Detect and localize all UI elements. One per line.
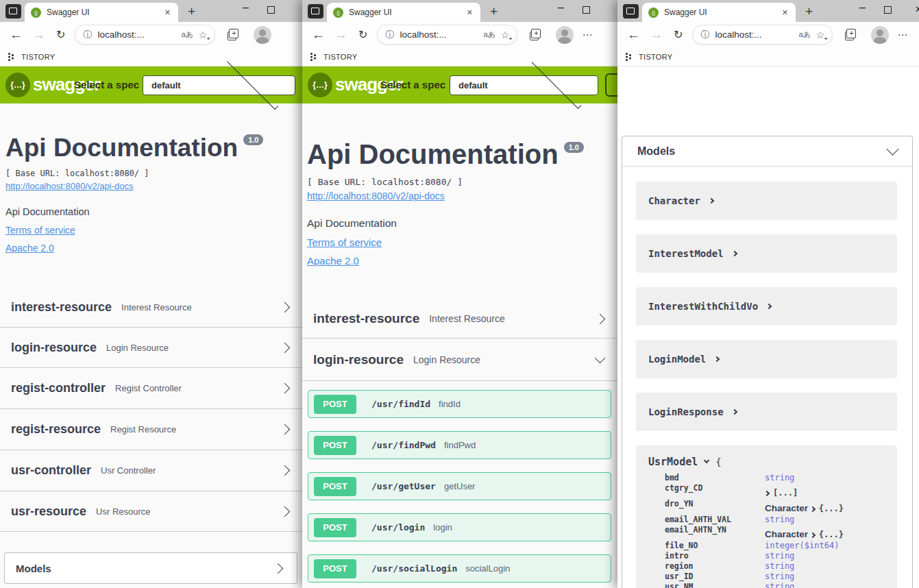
models-section-header[interactable]: Models	[4, 552, 297, 584]
model-interestmodel[interactable]: InterestModel	[636, 234, 897, 273]
translate-icon[interactable]: aあ	[798, 29, 810, 40]
operation-post-login[interactable]: POST /usr/login login	[308, 513, 611, 541]
collections-icon[interactable]	[530, 29, 541, 40]
maximize-button[interactable]	[583, 6, 590, 14]
browser-window-middle: {} Swagger UI ✕ + – ← → ↻ ⓘ localhost:..…	[302, 0, 617, 588]
tag-usr-controller[interactable]: usr-controller Usr Controller	[0, 450, 302, 491]
site-info-icon[interactable]: ⓘ	[385, 29, 394, 41]
bookmark-tistory[interactable]: TISTORY	[323, 53, 357, 61]
window-titlebar[interactable]: {} Swagger UI ✕ + – ✕	[617, 0, 919, 22]
window-titlebar[interactable]: {} Swagger UI ✕ + –	[302, 0, 617, 22]
operation-path: /usr/socialLogin	[371, 563, 457, 574]
tag-interest-resource[interactable]: interest-resource Interest Resource	[0, 287, 302, 328]
operation-post-socialLogin[interactable]: POST /usr/socialLogin socialLogin	[308, 554, 611, 583]
tag-usr-resource[interactable]: usr-resource Usr Resource	[0, 491, 302, 532]
address-bar[interactable]: ⓘ localhost:... aあ ☆+	[75, 25, 215, 45]
translate-icon[interactable]: aあ	[181, 29, 193, 40]
browser-tab[interactable]: {} Swagger UI ✕	[25, 3, 178, 22]
refresh-icon[interactable]: ↻	[56, 28, 65, 41]
collections-icon[interactable]	[228, 29, 238, 40]
site-info-icon[interactable]: ⓘ	[83, 29, 92, 41]
operation-summary: findId	[439, 399, 461, 409]
maximize-button[interactable]	[884, 6, 892, 14]
maximize-button[interactable]	[267, 6, 275, 14]
browser-window-left: {} Swagger UI ✕ + – ← → ↻ ⓘ localhost:..…	[0, 0, 302, 588]
refresh-icon[interactable]: ↻	[674, 28, 683, 41]
explore-button-partial[interactable]	[605, 73, 617, 97]
chevron-right-icon	[280, 342, 291, 353]
new-tab-button[interactable]: +	[805, 4, 813, 19]
address-bar[interactable]: ⓘ localhost:... aあ ☆+	[377, 25, 517, 45]
post-method-badge: POST	[314, 436, 356, 455]
api-docs-link[interactable]: http://localhost:8080/v2/api-docs	[5, 181, 133, 191]
forward-icon[interactable]: →	[334, 27, 347, 42]
refresh-icon[interactable]: ↻	[358, 28, 367, 41]
browser-tab[interactable]: {} Swagger UI ✕	[327, 3, 480, 22]
minimize-button[interactable]: –	[558, 1, 564, 14]
post-method-badge: POST	[314, 518, 356, 537]
forward-icon[interactable]: →	[32, 27, 45, 42]
workspace-icon[interactable]	[623, 4, 639, 19]
minimize-button[interactable]: –	[243, 1, 249, 14]
tag-regist-controller[interactable]: regist-controller Regist Controller	[0, 368, 302, 409]
model-loginresponse[interactable]: LoginResponse	[636, 393, 897, 431]
address-bar[interactable]: ⓘ localhost:... aあ ☆+	[692, 25, 833, 45]
spec-select[interactable]: default	[143, 75, 295, 95]
minimize-button[interactable]: –	[859, 1, 866, 14]
tab-title: Swagger UI	[664, 8, 775, 17]
model-character[interactable]: Character	[636, 182, 897, 220]
workspace-icon[interactable]	[5, 4, 21, 19]
model-field: usr_ID string	[665, 572, 890, 582]
back-icon[interactable]: ←	[312, 27, 325, 42]
tag-interest-resource[interactable]: interest-resource Interest Resource	[302, 299, 617, 339]
profile-avatar[interactable]	[871, 26, 889, 44]
spec-select[interactable]: default	[450, 75, 598, 95]
tag-login-resource[interactable]: login-resource Login Resource	[0, 328, 302, 368]
back-icon[interactable]: ←	[10, 27, 23, 42]
new-tab-button[interactable]: +	[490, 4, 498, 19]
usrmodel-fields: bmd string ctgry_CD [...] dro_YN Charact…	[665, 473, 890, 588]
url-text[interactable]: localhost:...	[715, 29, 793, 40]
forward-icon[interactable]: →	[650, 27, 663, 42]
profile-avatar[interactable]	[556, 26, 574, 44]
tab-close-icon[interactable]: ✕	[465, 8, 474, 17]
favorite-icon[interactable]: ☆+	[501, 29, 510, 40]
browser-toolbar: ← → ↻ ⓘ localhost:... aあ ☆+	[0, 22, 302, 47]
favorite-icon[interactable]: ☆+	[199, 29, 208, 40]
profile-avatar[interactable]	[254, 26, 271, 44]
tag-login-resource-expanded[interactable]: login-resource Login Resource	[302, 339, 617, 381]
bookmark-tistory[interactable]: TISTORY	[639, 53, 672, 61]
tab-close-icon[interactable]: ✕	[781, 8, 789, 17]
tab-close-icon[interactable]: ✕	[163, 8, 172, 17]
back-icon[interactable]: ←	[627, 27, 640, 42]
model-loginmodel[interactable]: LoginModel	[636, 340, 897, 378]
tag-regist-resource[interactable]: regist-resource Regist Resource	[0, 409, 302, 450]
operation-post-getUser[interactable]: POST /usr/getUser getUser	[308, 472, 611, 500]
settings-more-icon[interactable]: ⋯	[897, 29, 907, 41]
license-link[interactable]: Apache 2.0	[307, 255, 359, 267]
bookmark-tistory[interactable]: TISTORY	[21, 53, 55, 61]
model-interestwithchildvo[interactable]: InterestWithChildVo	[636, 287, 897, 326]
model-field: bmd string	[665, 473, 890, 483]
window-titlebar[interactable]: {} Swagger UI ✕ + –	[0, 0, 302, 22]
license-link[interactable]: Apache 2.0	[5, 243, 54, 254]
operation-post-findId[interactable]: POST /usr/findId findId	[308, 390, 611, 418]
close-button[interactable]: ✕	[915, 4, 919, 14]
api-docs-link[interactable]: http://localhost:8080/v2/api-docs	[307, 191, 445, 201]
terms-link[interactable]: Terms of service	[307, 236, 382, 248]
operation-path: /usr/login	[371, 522, 425, 532]
browser-tab[interactable]: {} Swagger UI ✕	[642, 3, 796, 22]
new-tab-button[interactable]: +	[188, 4, 195, 19]
translate-icon[interactable]: aあ	[483, 29, 495, 40]
url-text[interactable]: localhost:...	[400, 29, 478, 40]
url-text[interactable]: localhost:...	[97, 29, 175, 40]
usrmodel-header[interactable]: UsrModel {	[648, 456, 890, 468]
settings-more-icon[interactable]: ⋯	[582, 29, 592, 41]
workspace-icon[interactable]	[308, 4, 323, 19]
collections-icon[interactable]	[845, 29, 856, 40]
site-info-icon[interactable]: ⓘ	[700, 29, 709, 41]
models-section-header[interactable]: Models	[622, 136, 912, 167]
favorite-icon[interactable]: ☆+	[816, 29, 825, 40]
terms-link[interactable]: Terms of service	[5, 225, 75, 236]
operation-post-findPwd[interactable]: POST /usr/findPwd findPwd	[308, 431, 611, 459]
